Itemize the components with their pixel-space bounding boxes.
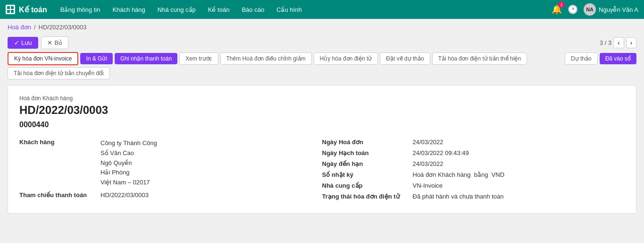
discard-button[interactable]: ✕ Bỏ — [41, 36, 68, 49]
save-label: Lưu — [21, 39, 32, 46]
action-buttons-row2: Tải hóa đơn điện tử bản chuyển đổi — [8, 67, 636, 79]
them-hoa-don-button[interactable]: Thêm Hoá đơn điều chỉnh giảm — [220, 52, 312, 65]
khach-hang-line5: Việt Nam – 02017 — [100, 178, 157, 188]
tai-hoa-don-button[interactable]: Tải hóa đơn điện tử bản thể hiện — [432, 52, 527, 65]
nav-bao-cao[interactable]: Báo cáo — [236, 2, 270, 17]
action-toolbar: ✓ Lưu ✕ Bỏ 3 / 3 ‹ › — [0, 34, 644, 52]
khach-hang-line1: Công ty Thành Công — [100, 139, 157, 148]
nav-cau-hinh[interactable]: Cấu hình — [271, 2, 308, 17]
ngay-hach-toan-value: 24/03/2022 09:43:49 — [413, 149, 469, 156]
status-posted-button[interactable]: Đã vào sổ — [600, 53, 636, 64]
right-fields: Ngày Hoá đơn 24/03/2022 Ngày Hạch toán 2… — [322, 139, 625, 204]
navbar-logo[interactable]: Kế toán — [6, 5, 47, 14]
navbar-right: 🔔 1 🕐 NA Nguyễn Văn A — [552, 3, 638, 16]
user-avatar: NA — [584, 3, 596, 16]
nav-ke-toan[interactable]: Kế toán — [202, 2, 235, 17]
xem-truoc-button[interactable]: Xem trước — [179, 52, 218, 65]
notification-button[interactable]: 🔔 1 — [552, 4, 562, 15]
app-title: Kế toán — [19, 5, 47, 14]
clock-icon[interactable]: 🕐 — [568, 4, 578, 15]
trang-thai-label: Trạng thái hóa đơn điện tử — [322, 193, 407, 200]
app-grid-icon — [6, 5, 15, 14]
ngay-den-han-field: Ngày đến hạn 24/03/2022 — [322, 160, 625, 167]
user-menu[interactable]: NA Nguyễn Văn A — [584, 3, 638, 16]
nav-nha-cung-cap[interactable]: Nhà cung cấp — [152, 2, 201, 17]
status-draft-button[interactable]: Dự thảo — [565, 52, 598, 65]
nha-cung-cap-field: Nhà cung cấp VN-Invoice — [322, 182, 625, 189]
trang-thai-value: Đã phát hành và chưa thanh toán — [413, 193, 504, 200]
nav-bang-thong-tin[interactable]: Bảng thông tin — [55, 2, 106, 17]
khach-hang-value: Công ty Thành Công Số Văn Cao Ngô Quyền … — [100, 139, 157, 188]
so-nhat-ky-currency: VND — [492, 171, 504, 178]
so-nhat-ky-bang: bằng — [474, 171, 488, 178]
navbar-menu: Bảng thông tin Khách hàng Nhà cung cấp K… — [55, 2, 552, 17]
so-nhat-ky-value: Hoá đơn Khách hàng bằng VND — [413, 171, 505, 178]
navbar: Kế toán Bảng thông tin Khách hàng Nhà cu… — [0, 0, 644, 19]
breadcrumb: Hoá đơn / HD/2022/03/0003 — [0, 19, 644, 34]
ngay-den-han-label: Ngày đến hạn — [322, 160, 407, 167]
ngay-hach-toan-label: Ngày Hạch toán — [322, 149, 407, 156]
trang-thai-field: Trạng thái hóa đơn điện tử Đã phát hành … — [322, 193, 625, 200]
notification-badge: 1 — [558, 1, 565, 8]
prev-page-button[interactable]: ‹ — [613, 37, 624, 48]
tai-ban-chuyen-doi-button[interactable]: Tải hóa đơn điện tử bản chuyển đổi — [8, 67, 110, 79]
so-nhat-ky-text: Hoá đơn Khách hàng — [413, 171, 471, 178]
user-name: Nguyễn Văn A — [599, 6, 638, 13]
dat-ve-button[interactable]: Đặt về dự thảo — [380, 52, 430, 65]
save-icon: ✓ — [14, 39, 19, 46]
breadcrumb-separator: / — [34, 24, 36, 31]
ngay-hoa-don-value: 24/03/2022 — [413, 139, 443, 146]
nha-cung-cap-label: Nhà cung cấp — [322, 182, 407, 189]
huy-hoa-don-button[interactable]: Hủy hóa đơn điện tử — [314, 52, 378, 65]
main-card: Hoá đơn Khách hàng HD/2022/03/0003 00004… — [8, 85, 636, 214]
pagination-area: 3 / 3 ‹ › — [600, 37, 636, 48]
khach-hang-line2: Số Văn Cao — [100, 148, 157, 158]
khach-hang-field: Khách hàng Công ty Thành Công Số Văn Cao… — [19, 139, 322, 188]
khach-hang-line3: Ngô Quyền — [100, 158, 157, 168]
khach-hang-label: Khách hàng — [19, 139, 95, 146]
breadcrumb-current: HD/2022/03/0003 — [39, 24, 87, 31]
save-button[interactable]: ✓ Lưu — [8, 37, 38, 49]
so-nhat-ky-label: Số nhật ký — [322, 171, 407, 178]
nav-khach-hang[interactable]: Khách hàng — [107, 2, 151, 17]
card-fields: Khách hàng Công ty Thành Công Số Văn Cao… — [19, 139, 625, 204]
card-title: HD/2022/03/0003 — [19, 104, 625, 117]
pagination-text: 3 / 3 — [600, 39, 611, 46]
ngay-hoa-don-label: Ngày Hoá đơn — [322, 139, 407, 146]
left-fields: Khách hàng Công ty Thành Công Số Văn Cao… — [19, 139, 322, 204]
in-gui-button[interactable]: In & Gửi — [80, 53, 113, 64]
ngay-den-han-value: 24/03/2022 — [413, 160, 443, 167]
discard-icon: ✕ — [47, 39, 52, 46]
action-buttons-row1: Ký hóa đơn VN-invoice In & Gửi Ghi nhận … — [8, 52, 636, 65]
ngay-hoa-don-field: Ngày Hoá đơn 24/03/2022 — [322, 139, 625, 146]
tham-chieu-field: Tham chiếu thanh toán HD/2022/03/0003 — [19, 191, 322, 199]
so-nhat-ky-field: Số nhật ký Hoá đơn Khách hàng bằng VND — [322, 171, 625, 178]
ky-hoa-don-button[interactable]: Ký hóa đơn VN-invoice — [8, 52, 78, 65]
discard-label: Bỏ — [54, 39, 62, 46]
nha-cung-cap-value: VN-Invoice — [413, 182, 443, 189]
card-subtitle: Hoá đơn Khách hàng — [19, 95, 625, 102]
breadcrumb-parent[interactable]: Hoá đơn — [8, 24, 31, 31]
ghi-nhan-button[interactable]: Ghi nhận thanh toán — [115, 53, 177, 64]
card-number: 0000440 — [19, 121, 625, 129]
khach-hang-line4: Hải Phòng — [100, 168, 157, 178]
tham-chieu-label: Tham chiếu thanh toán — [19, 191, 95, 199]
next-page-button[interactable]: › — [626, 37, 636, 48]
tham-chieu-value: HD/2022/03/0003 — [100, 191, 149, 199]
secondary-toolbar: Ký hóa đơn VN-invoice In & Gửi Ghi nhận … — [0, 52, 644, 81]
ngay-hach-toan-field: Ngày Hạch toán 24/03/2022 09:43:49 — [322, 149, 625, 156]
